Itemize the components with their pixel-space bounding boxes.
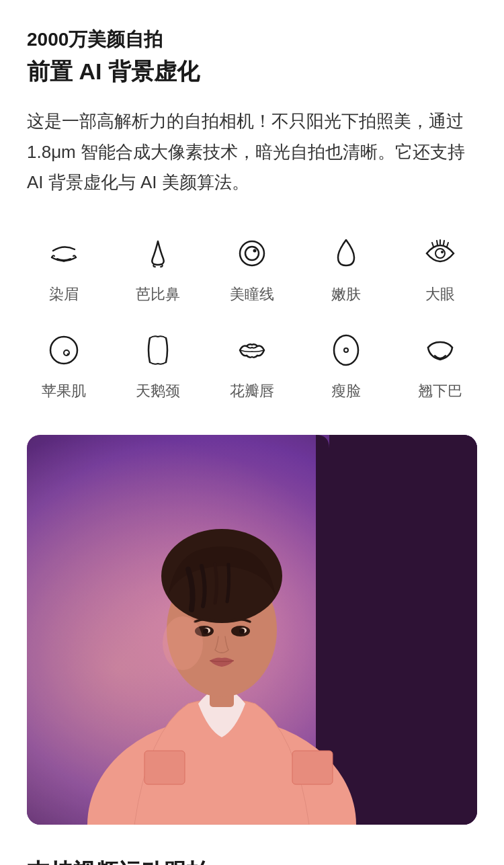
feature-label: 瘦脸 <box>331 381 361 401</box>
selfie-photo <box>27 435 477 825</box>
svg-point-12 <box>67 353 69 355</box>
feature-label: 翘下巴 <box>418 381 462 401</box>
feature-swan-neck: 天鹅颈 <box>121 329 195 401</box>
eyebrow-icon <box>42 232 85 275</box>
svg-point-1 <box>245 247 259 260</box>
feature-label: 美瞳线 <box>230 284 274 304</box>
svg-point-10 <box>50 337 77 364</box>
feature-apple-muscle: 苹果肌 <box>27 329 101 401</box>
svg-line-8 <box>447 243 448 247</box>
neck-icon <box>136 329 179 372</box>
page-container: 2000万美颜自拍 前置 AI 背景虚化 这是一部高解析力的自拍相机！不只阳光下… <box>0 0 504 865</box>
svg-point-0 <box>240 241 264 265</box>
svg-point-2 <box>253 249 257 252</box>
feature-petal-lip: 花瓣唇 <box>215 329 289 401</box>
eye-circle-icon <box>230 232 274 275</box>
feature-label: 芭比鼻 <box>136 284 180 304</box>
svg-rect-31 <box>27 435 477 825</box>
feature-slim-face: 瘦脸 <box>309 329 383 401</box>
description-text: 这是一部高解析力的自拍相机！不只阳光下拍照美，通过 1.8μm 智能合成大像素技… <box>27 106 477 198</box>
circle-dot-icon <box>42 329 85 372</box>
oval-icon <box>325 329 368 372</box>
lips-icon <box>230 329 274 372</box>
subtitle: 2000万美颜自拍 <box>27 27 477 52</box>
feature-chin: 翘下巴 <box>403 329 477 401</box>
feature-label: 苹果肌 <box>42 381 86 401</box>
beauty-features-section: 染眉 芭比鼻 美瞳线 <box>27 232 477 401</box>
feature-dye-eyebrow: 染眉 <box>27 232 101 304</box>
svg-point-13 <box>334 335 358 365</box>
svg-point-3 <box>435 249 445 258</box>
main-title: 前置 AI 背景虚化 <box>27 56 477 87</box>
svg-line-5 <box>437 241 437 245</box>
drop-icon <box>325 232 368 275</box>
photo-svg <box>27 435 477 825</box>
feature-label: 染眉 <box>49 284 79 304</box>
nose-icon <box>136 232 179 275</box>
feature-eyeliner: 美瞳线 <box>215 232 289 304</box>
beauty-icons-row2: 苹果肌 天鹅颈 <box>27 329 477 401</box>
svg-line-7 <box>444 241 444 245</box>
feature-label: 花瓣唇 <box>230 381 274 401</box>
svg-point-14 <box>344 348 348 352</box>
chin-icon <box>419 329 462 372</box>
feature-smooth-skin: 嫩肤 <box>309 232 383 304</box>
feature-barbie-nose: 芭比鼻 <box>121 232 195 304</box>
feature-label: 嫩肤 <box>331 284 361 304</box>
bottom-title: 支持视频运动跟拍 <box>27 857 477 866</box>
feature-label: 大眼 <box>425 284 455 304</box>
beauty-icons-row1: 染眉 芭比鼻 美瞳线 <box>27 232 477 304</box>
eye-lash-icon <box>419 232 462 275</box>
feature-label: 天鹅颈 <box>136 381 180 401</box>
feature-big-eye: 大眼 <box>403 232 477 304</box>
svg-line-4 <box>432 243 433 247</box>
svg-point-9 <box>441 251 444 253</box>
